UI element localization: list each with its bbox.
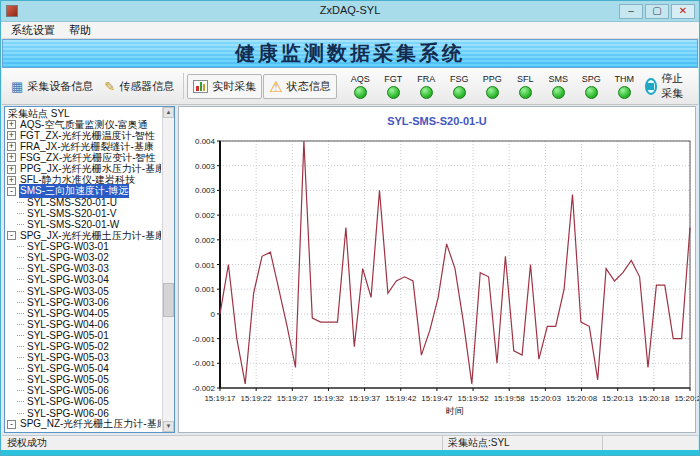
menu-bar: 系统设置帮助 bbox=[1, 22, 699, 39]
tree-item-label: SYL-SPG-W05-01 bbox=[26, 330, 110, 341]
app-window: ZxDAQ-SYL – ▢ ✕ 系统设置帮助 健康监测数据采集系统 ▦采集设备信… bbox=[0, 0, 700, 456]
stop-icon bbox=[645, 78, 658, 95]
tree-item[interactable]: SYL-SPG-W04-06 bbox=[7, 319, 161, 330]
expand-icon[interactable]: + bbox=[7, 120, 16, 129]
expand-icon[interactable]: + bbox=[7, 142, 16, 151]
tree-item-label: SYL-SPG-W05-06 bbox=[26, 385, 110, 396]
menu-item-system-settings[interactable]: 系统设置 bbox=[4, 22, 62, 39]
tree-branch-line bbox=[17, 379, 24, 380]
green-led-icon bbox=[486, 86, 499, 99]
tree-item-label: SYL-SPG-W05-02 bbox=[26, 341, 110, 352]
tree-item[interactable]: SYL-SPG-W03-05 bbox=[7, 286, 161, 297]
sensor-info-button[interactable]: ✎传感器信息 bbox=[99, 75, 179, 98]
tree-item[interactable]: SYL-SPG-W05-04 bbox=[7, 363, 161, 374]
tree-item[interactable]: SYL-SPG-W03-03 bbox=[7, 263, 161, 274]
expand-icon[interactable]: + bbox=[7, 153, 16, 162]
scroll-up-icon[interactable]: ▲ bbox=[163, 107, 174, 118]
expand-icon[interactable]: + bbox=[7, 131, 16, 140]
svg-text:15:19:27: 15:19:27 bbox=[277, 394, 309, 403]
chart-panel: SYL-SMS-S20-01-U 0.0040.0030.0030.0020.0… bbox=[178, 106, 696, 433]
tree-item[interactable]: SYL-SMS-S20-01-V bbox=[7, 208, 161, 219]
indicator-label: SMS bbox=[542, 74, 575, 84]
green-led-icon bbox=[552, 86, 565, 99]
tree-branch-line bbox=[17, 279, 24, 280]
svg-text:0.004: 0.004 bbox=[195, 137, 216, 146]
expand-icon[interactable]: + bbox=[7, 165, 16, 174]
collapse-icon[interactable]: - bbox=[7, 187, 16, 196]
svg-text:0.001: 0.001 bbox=[195, 261, 216, 270]
svg-text:0.002: 0.002 bbox=[195, 236, 216, 245]
stop-collect-button[interactable]: 停止采集 bbox=[641, 68, 694, 104]
tree-item[interactable]: SYL-SMS-S20-01-U bbox=[7, 197, 161, 208]
tree-item[interactable]: -SMS-三向加速度计-博远 bbox=[7, 186, 161, 197]
tree-item[interactable]: SYL-SPG-W05-03 bbox=[7, 352, 161, 363]
tree-item[interactable]: SYL-SPG-W06-05 bbox=[7, 396, 161, 407]
indicator-sfl: SFL bbox=[509, 74, 542, 99]
svg-text:15:20:13: 15:20:13 bbox=[602, 394, 634, 403]
svg-text:0.002: 0.002 bbox=[195, 211, 216, 220]
tree-branch-line bbox=[17, 324, 24, 325]
indicator-fgt: FGT bbox=[377, 74, 410, 99]
svg-text:15:20:08: 15:20:08 bbox=[566, 394, 598, 403]
svg-text:15:19:22: 15:19:22 bbox=[241, 394, 273, 403]
bar-chart-icon bbox=[193, 80, 208, 93]
tree-item-label: SYL-SPG-W05-03 bbox=[26, 352, 110, 363]
indicator-thm: THM bbox=[608, 74, 641, 99]
tree-item-label: SYL-SPG-W06-05 bbox=[26, 396, 110, 407]
stop-collect-label: 停止采集 bbox=[661, 71, 690, 101]
tree-item[interactable]: SYL-SPG-W05-06 bbox=[7, 385, 161, 396]
svg-text:15:20:18: 15:20:18 bbox=[638, 394, 670, 403]
scrollbar-thumb[interactable] bbox=[163, 283, 174, 317]
tree-item-label: SYL-SPG-W04-05 bbox=[26, 308, 110, 319]
warning-icon: ⚠ bbox=[269, 79, 282, 94]
tree-item[interactable]: SYL-SPG-W05-02 bbox=[7, 341, 161, 352]
tree-item[interactable]: -SPG_JX-光纤光栅土压力计-基康 bbox=[7, 230, 161, 241]
svg-text:15:19:32: 15:19:32 bbox=[313, 394, 345, 403]
channel-indicators: AQSFGTFRAFSGPPGSFLSMSSPGTHM bbox=[344, 74, 641, 99]
indicator-fra: FRA bbox=[410, 74, 443, 99]
realtime-collect-button[interactable]: 实时采集 bbox=[187, 74, 262, 99]
tree-branch-line bbox=[17, 313, 24, 314]
realtime-collect-label: 实时采集 bbox=[212, 79, 256, 94]
tree-item[interactable]: SYL-SPG-W05-01 bbox=[7, 330, 161, 341]
menu-item-help[interactable]: 帮助 bbox=[62, 22, 98, 39]
svg-text:-0.001: -0.001 bbox=[192, 335, 215, 344]
window-controls: – ▢ ✕ bbox=[619, 4, 695, 19]
minimize-button[interactable]: – bbox=[619, 4, 643, 19]
expand-icon[interactable]: + bbox=[7, 176, 16, 185]
tree-item[interactable]: SYL-SPG-W04-05 bbox=[7, 308, 161, 319]
close-button[interactable]: ✕ bbox=[671, 4, 695, 19]
tree-branch-line bbox=[17, 246, 24, 247]
collapse-icon[interactable]: - bbox=[7, 420, 16, 429]
tree-branch-line bbox=[17, 335, 24, 336]
tree-item-label: SYL-SPG-W01-01 bbox=[26, 430, 110, 431]
tree-item[interactable]: SYL-SPG-W03-06 bbox=[7, 297, 161, 308]
station-tree: 采集站点 SYL+AQS-空气质量监测仪-富奥通+FGT_ZX-光纤光栅温度计-… bbox=[7, 108, 161, 431]
status-info-button[interactable]: ⚠状态信息 bbox=[263, 74, 336, 99]
tree-branch-line bbox=[17, 368, 24, 369]
maximize-button[interactable]: ▢ bbox=[645, 4, 669, 19]
svg-text:0.003: 0.003 bbox=[195, 186, 216, 195]
tree-item[interactable]: -SPG_NZ-光纤光栅土压力计-基康 bbox=[7, 419, 161, 430]
tree-item[interactable]: SYL-SPG-W03-04 bbox=[7, 274, 161, 285]
tree-item[interactable]: SYL-SPG-W05-05 bbox=[7, 374, 161, 385]
tree-branch-line bbox=[17, 401, 24, 402]
svg-text:时间: 时间 bbox=[446, 406, 464, 416]
window-bottom-edge bbox=[1, 450, 699, 455]
green-led-icon bbox=[420, 86, 433, 99]
device-info-label: 采集设备信息 bbox=[27, 79, 93, 94]
svg-text:15:19:52: 15:19:52 bbox=[458, 394, 490, 403]
svg-text:15:20:23: 15:20:23 bbox=[674, 394, 699, 403]
indicator-label: AQS bbox=[344, 74, 377, 84]
collapse-icon[interactable]: - bbox=[7, 231, 16, 240]
device-info-button[interactable]: ▦采集设备信息 bbox=[6, 75, 98, 98]
tree-item[interactable]: SYL-SPG-W03-02 bbox=[7, 252, 161, 263]
status-bar: 授权成功 采集站点:SYL bbox=[2, 435, 698, 450]
tree-item[interactable]: SYL-SPG-W03-01 bbox=[7, 241, 161, 252]
indicator-label: THM bbox=[608, 74, 641, 84]
tree-item-label: SYL-SPG-W03-05 bbox=[26, 286, 110, 297]
tree-vertical-scrollbar[interactable]: ▲ ▼ bbox=[162, 107, 174, 432]
green-led-icon bbox=[585, 86, 598, 99]
indicator-label: FRA bbox=[410, 74, 443, 84]
scroll-down-icon[interactable]: ▼ bbox=[163, 421, 174, 432]
